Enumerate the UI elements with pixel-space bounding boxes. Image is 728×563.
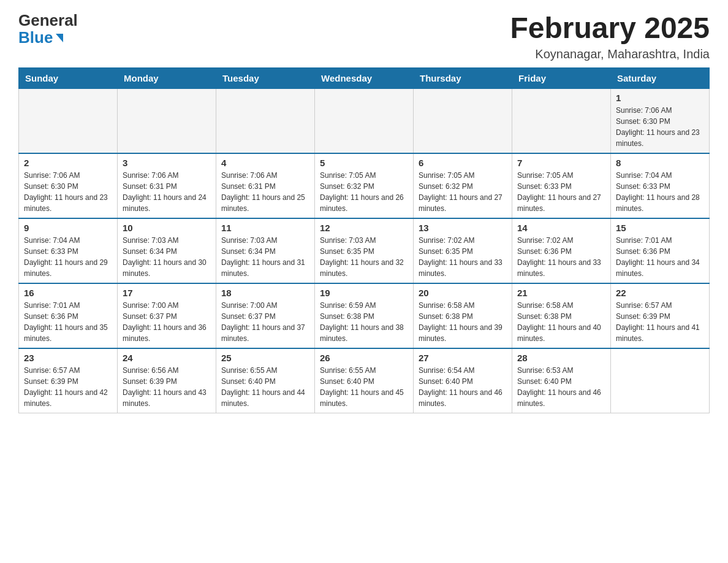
- calendar-cell: 13Sunrise: 7:02 AM Sunset: 6:35 PM Dayli…: [414, 218, 512, 283]
- calendar-cell: 7Sunrise: 7:05 AM Sunset: 6:33 PM Daylig…: [512, 153, 611, 218]
- calendar-cell: [216, 88, 315, 153]
- day-number: 24: [123, 353, 211, 363]
- day-number: 3: [123, 158, 211, 168]
- day-number: 1: [616, 93, 704, 103]
- day-number: 4: [221, 158, 309, 168]
- day-number: 8: [616, 158, 704, 168]
- calendar-cell: 18Sunrise: 7:00 AM Sunset: 6:37 PM Dayli…: [216, 283, 315, 348]
- header-friday: Friday: [512, 67, 611, 88]
- calendar-cell: 11Sunrise: 7:03 AM Sunset: 6:34 PM Dayli…: [216, 218, 315, 283]
- header-saturday: Saturday: [611, 67, 710, 88]
- day-number: 23: [24, 353, 112, 363]
- header-wednesday: Wednesday: [315, 67, 414, 88]
- day-number: 17: [123, 288, 211, 298]
- day-info: Sunrise: 7:04 AM Sunset: 6:33 PM Dayligh…: [24, 235, 112, 279]
- calendar-cell: [315, 88, 414, 153]
- day-info: Sunrise: 6:56 AM Sunset: 6:39 PM Dayligh…: [123, 365, 211, 409]
- day-number: 19: [320, 288, 408, 298]
- day-info: Sunrise: 7:00 AM Sunset: 6:37 PM Dayligh…: [123, 300, 211, 344]
- day-info: Sunrise: 7:03 AM Sunset: 6:34 PM Dayligh…: [123, 235, 211, 279]
- header-thursday: Thursday: [414, 67, 512, 88]
- day-number: 2: [24, 158, 112, 168]
- day-info: Sunrise: 6:54 AM Sunset: 6:40 PM Dayligh…: [419, 365, 507, 409]
- day-info: Sunrise: 6:57 AM Sunset: 6:39 PM Dayligh…: [24, 365, 112, 409]
- day-info: Sunrise: 6:57 AM Sunset: 6:39 PM Dayligh…: [616, 300, 704, 344]
- calendar-cell: 3Sunrise: 7:06 AM Sunset: 6:31 PM Daylig…: [118, 153, 216, 218]
- day-info: Sunrise: 7:05 AM Sunset: 6:32 PM Dayligh…: [320, 170, 408, 214]
- day-info: Sunrise: 7:01 AM Sunset: 6:36 PM Dayligh…: [24, 300, 112, 344]
- day-info: Sunrise: 7:03 AM Sunset: 6:35 PM Dayligh…: [320, 235, 408, 279]
- day-number: 22: [616, 288, 704, 298]
- day-info: Sunrise: 7:05 AM Sunset: 6:33 PM Dayligh…: [517, 170, 605, 214]
- calendar-cell: 12Sunrise: 7:03 AM Sunset: 6:35 PM Dayli…: [315, 218, 414, 283]
- calendar-week-2: 2Sunrise: 7:06 AM Sunset: 6:30 PM Daylig…: [19, 153, 710, 218]
- calendar-cell: 19Sunrise: 6:59 AM Sunset: 6:38 PM Dayli…: [315, 283, 414, 348]
- logo-triangle-icon: [56, 34, 63, 42]
- day-info: Sunrise: 7:04 AM Sunset: 6:33 PM Dayligh…: [616, 170, 704, 214]
- day-info: Sunrise: 7:06 AM Sunset: 6:31 PM Dayligh…: [221, 170, 309, 214]
- day-number: 28: [517, 353, 605, 363]
- calendar-cell: 9Sunrise: 7:04 AM Sunset: 6:33 PM Daylig…: [19, 218, 118, 283]
- calendar-cell: 4Sunrise: 7:06 AM Sunset: 6:31 PM Daylig…: [216, 153, 315, 218]
- day-info: Sunrise: 7:02 AM Sunset: 6:36 PM Dayligh…: [517, 235, 605, 279]
- calendar-cell: 6Sunrise: 7:05 AM Sunset: 6:32 PM Daylig…: [414, 153, 512, 218]
- header-tuesday: Tuesday: [216, 67, 315, 88]
- calendar-cell: 27Sunrise: 6:54 AM Sunset: 6:40 PM Dayli…: [414, 348, 512, 413]
- calendar-cell: [19, 88, 118, 153]
- day-info: Sunrise: 7:00 AM Sunset: 6:37 PM Dayligh…: [221, 300, 309, 344]
- calendar-cell: [414, 88, 512, 153]
- calendar-cell: 20Sunrise: 6:58 AM Sunset: 6:38 PM Dayli…: [414, 283, 512, 348]
- calendar-cell: 10Sunrise: 7:03 AM Sunset: 6:34 PM Dayli…: [118, 218, 216, 283]
- header-sunday: Sunday: [19, 67, 118, 88]
- header-monday: Monday: [118, 67, 216, 88]
- day-info: Sunrise: 6:58 AM Sunset: 6:38 PM Dayligh…: [419, 300, 507, 344]
- day-info: Sunrise: 7:06 AM Sunset: 6:30 PM Dayligh…: [24, 170, 112, 214]
- day-number: 20: [419, 288, 507, 298]
- calendar-cell: 23Sunrise: 6:57 AM Sunset: 6:39 PM Dayli…: [19, 348, 118, 413]
- calendar-body: 1Sunrise: 7:06 AM Sunset: 6:30 PM Daylig…: [19, 88, 710, 413]
- day-info: Sunrise: 7:02 AM Sunset: 6:35 PM Dayligh…: [419, 235, 507, 279]
- calendar-cell: 21Sunrise: 6:58 AM Sunset: 6:38 PM Dayli…: [512, 283, 611, 348]
- day-number: 12: [320, 223, 408, 233]
- calendar-cell: 17Sunrise: 7:00 AM Sunset: 6:37 PM Dayli…: [118, 283, 216, 348]
- day-number: 15: [616, 223, 704, 233]
- day-number: 27: [419, 353, 507, 363]
- calendar-title: February 2025: [510, 12, 710, 45]
- day-info: Sunrise: 7:06 AM Sunset: 6:30 PM Dayligh…: [616, 105, 704, 149]
- day-number: 9: [24, 223, 112, 233]
- day-number: 11: [221, 223, 309, 233]
- calendar-table: Sunday Monday Tuesday Wednesday Thursday…: [18, 67, 710, 413]
- calendar-cell: 16Sunrise: 7:01 AM Sunset: 6:36 PM Dayli…: [19, 283, 118, 348]
- calendar-cell: 24Sunrise: 6:56 AM Sunset: 6:39 PM Dayli…: [118, 348, 216, 413]
- calendar-cell: 15Sunrise: 7:01 AM Sunset: 6:36 PM Dayli…: [611, 218, 710, 283]
- day-info: Sunrise: 6:59 AM Sunset: 6:38 PM Dayligh…: [320, 300, 408, 344]
- day-info: Sunrise: 6:55 AM Sunset: 6:40 PM Dayligh…: [320, 365, 408, 409]
- calendar-week-5: 23Sunrise: 6:57 AM Sunset: 6:39 PM Dayli…: [19, 348, 710, 413]
- day-number: 21: [517, 288, 605, 298]
- calendar-cell: 26Sunrise: 6:55 AM Sunset: 6:40 PM Dayli…: [315, 348, 414, 413]
- day-number: 18: [221, 288, 309, 298]
- calendar-week-4: 16Sunrise: 7:01 AM Sunset: 6:36 PM Dayli…: [19, 283, 710, 348]
- day-info: Sunrise: 7:05 AM Sunset: 6:32 PM Dayligh…: [419, 170, 507, 214]
- calendar-header: Sunday Monday Tuesday Wednesday Thursday…: [19, 67, 710, 88]
- day-info: Sunrise: 6:53 AM Sunset: 6:40 PM Dayligh…: [517, 365, 605, 409]
- day-number: 25: [221, 353, 309, 363]
- day-info: Sunrise: 7:06 AM Sunset: 6:31 PM Dayligh…: [123, 170, 211, 214]
- calendar-week-3: 9Sunrise: 7:04 AM Sunset: 6:33 PM Daylig…: [19, 218, 710, 283]
- calendar-cell: 28Sunrise: 6:53 AM Sunset: 6:40 PM Dayli…: [512, 348, 611, 413]
- day-number: 5: [320, 158, 408, 168]
- logo-blue-text: Blue: [18, 28, 63, 47]
- day-info: Sunrise: 7:01 AM Sunset: 6:36 PM Dayligh…: [616, 235, 704, 279]
- calendar-cell: 5Sunrise: 7:05 AM Sunset: 6:32 PM Daylig…: [315, 153, 414, 218]
- header-row: Sunday Monday Tuesday Wednesday Thursday…: [19, 67, 710, 88]
- day-number: 7: [517, 158, 605, 168]
- day-number: 10: [123, 223, 211, 233]
- day-info: Sunrise: 7:03 AM Sunset: 6:34 PM Dayligh…: [221, 235, 309, 279]
- calendar-cell: 1Sunrise: 7:06 AM Sunset: 6:30 PM Daylig…: [611, 88, 710, 153]
- day-number: 14: [517, 223, 605, 233]
- calendar-cell: 8Sunrise: 7:04 AM Sunset: 6:33 PM Daylig…: [611, 153, 710, 218]
- calendar-cell: [512, 88, 611, 153]
- day-info: Sunrise: 6:58 AM Sunset: 6:38 PM Dayligh…: [517, 300, 605, 344]
- calendar-subtitle: Koynanagar, Maharashtra, India: [510, 47, 710, 61]
- day-info: Sunrise: 6:55 AM Sunset: 6:40 PM Dayligh…: [221, 365, 309, 409]
